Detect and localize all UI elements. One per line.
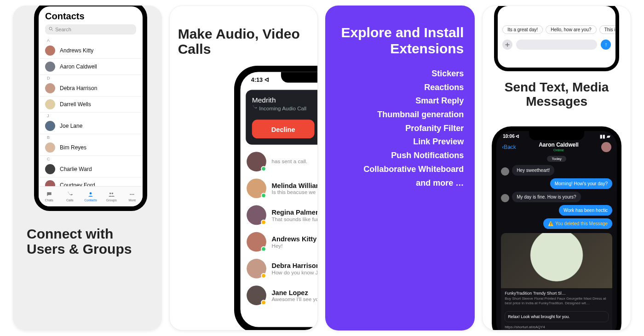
svg-point-7 xyxy=(133,194,134,195)
attach-button[interactable]: ＋ xyxy=(502,40,512,50)
chat-row[interactable]: Debra HarrisonHow do you know John?✓✓JAN… xyxy=(240,255,318,282)
message-in: My day is fine. How is yours? xyxy=(496,190,617,204)
avatar xyxy=(45,83,55,93)
message-bubble[interactable]: My day is fine. How is yours? xyxy=(512,192,581,202)
chat-name: Melinda Williamson xyxy=(271,182,318,189)
message-bubble[interactable]: Work has been hectic xyxy=(559,205,612,216)
message-bubble[interactable]: Hey sweetheart! xyxy=(512,165,554,176)
avatar xyxy=(247,285,266,305)
screenshot-card-contacts: Contacts Search AAndrews KittyAaron Cald… xyxy=(13,6,162,330)
chat-row[interactable]: Regina PalmerThat sounds like fun.JAN 01 xyxy=(240,202,318,228)
call-icon xyxy=(252,105,257,112)
tab-contacts[interactable]: Contacts xyxy=(80,187,101,206)
section-letter: J xyxy=(39,113,143,118)
section-letter: C xyxy=(39,156,143,161)
link-quote: Relax! Look what brought for you. xyxy=(505,311,609,322)
link-preview-card[interactable]: FunkyTradition Trendy Short Sl… Buy Shor… xyxy=(501,233,612,330)
decline-button[interactable]: Decline xyxy=(252,120,314,138)
message-out: Morning! How's your day? xyxy=(496,177,617,190)
message-out: Work has been hectic xyxy=(496,204,617,217)
chat-row[interactable]: Andrews KittyHey!✓✓JAN 01 xyxy=(240,228,318,255)
chat-row[interactable]: Jane LopezAwesome I'll see your soo…✓✓03… xyxy=(240,282,318,308)
chat-name: Debra Harrison xyxy=(271,262,318,269)
feature-list: StickersReactionsSmart ReplyThumbnail ge… xyxy=(336,65,464,192)
avatar xyxy=(45,62,55,72)
message-input[interactable] xyxy=(516,40,597,50)
section-letter: B xyxy=(39,134,143,140)
contact-name: Joe Lane xyxy=(60,123,82,129)
chat-status: Online xyxy=(539,148,579,152)
suggestion-chip[interactable]: This is xyxy=(599,25,615,34)
avatar xyxy=(45,121,55,131)
suggestion-chips: Its a great day!Hello, how are you?This … xyxy=(498,23,615,36)
battery-icon: ▮▮ ▰ xyxy=(600,134,610,139)
tab-groups[interactable]: Groups xyxy=(101,187,122,206)
phone-screen: Contacts Search AAndrews KittyAaron Cald… xyxy=(39,6,143,206)
svg-point-3 xyxy=(109,193,111,194)
avatar xyxy=(247,205,266,225)
feature-item: Profanity Filter xyxy=(336,124,464,133)
feature-item: Smart Reply xyxy=(336,96,464,106)
back-button[interactable]: ‹ Back xyxy=(502,144,516,150)
chat-name: Jane Lopez xyxy=(271,289,318,296)
chat-preview: Hey! xyxy=(271,243,318,249)
avatar xyxy=(45,99,55,109)
chat-avatar[interactable] xyxy=(601,142,611,152)
phone-frame: 4:13 ᐊ ▮▮▮ Medrith Incoming Audio Call D… xyxy=(234,66,318,330)
contact-row[interactable]: Darrell Wells xyxy=(39,97,143,113)
contact-row[interactable]: Debra Harrison xyxy=(39,80,143,97)
svg-point-0 xyxy=(49,27,52,30)
contact-name: Bim Reyes xyxy=(60,144,86,151)
contact-row[interactable]: Bim Reyes xyxy=(39,140,143,156)
contact-name: Darrell Wells xyxy=(60,101,91,108)
contact-row[interactable]: Aaron Caldwell xyxy=(39,59,143,75)
chat-row[interactable]: Melinda WilliamsonIs this beacuse we lik… xyxy=(240,175,318,202)
search-input[interactable]: Search xyxy=(45,24,136,34)
avatar xyxy=(45,46,55,56)
phone-screen: 4:13 ᐊ ▮▮▮ Medrith Incoming Audio Call D… xyxy=(240,72,318,327)
suggestion-screen: Its a great day!Hello, how are you?This … xyxy=(498,6,615,68)
contact-row[interactable]: Andrews Kitty xyxy=(39,43,143,59)
visit-button[interactable]: Visit xyxy=(501,329,612,330)
phone-frame: Contacts Search AAndrews KittyAaron Cald… xyxy=(34,6,147,211)
search-placeholder: Search xyxy=(55,27,71,32)
chat-name: Andrews Kitty xyxy=(271,235,318,242)
chat-name: Regina Palmer xyxy=(271,208,318,216)
message-bubble[interactable]: Morning! How's your day? xyxy=(550,178,612,189)
screenshot-card-messages: Its a great day!Hello, how are you?This … xyxy=(482,6,631,330)
tab-more[interactable]: More xyxy=(122,187,143,206)
suggestion-chip[interactable]: Its a great day! xyxy=(502,25,543,34)
send-button[interactable]: ↑ xyxy=(601,40,611,50)
avatar xyxy=(501,167,509,176)
link-description: Buy Short Sleeve Floral Printed Faux Geo… xyxy=(505,296,609,306)
chat-preview: Is this beacuse we like the same hobby? xyxy=(271,189,318,195)
suggestion-chip[interactable]: Hello, how are you? xyxy=(546,25,596,34)
contact-row[interactable]: Joe Lane xyxy=(39,118,143,134)
incoming-call-sheet: Medrith Incoming Audio Call Decline Acce… xyxy=(246,90,318,144)
message-input-bar: ＋ ↑ xyxy=(498,36,615,53)
phone-frame-top: Its a great day!Hello, how are you?This … xyxy=(494,6,619,71)
dark-screen: 10:06 ᐊ ▮▮ ▰ ‹ Back Aaron Caldwell Onlin… xyxy=(496,131,617,330)
tab-chats[interactable]: Chats xyxy=(39,187,59,206)
contact-name: Aaron Caldwell xyxy=(60,63,97,70)
chat-preview: has sent a call. xyxy=(271,159,318,165)
message-in: Hey sweetheart! xyxy=(496,164,617,177)
section-letter: A xyxy=(39,37,143,43)
call-type: Incoming Audio Call xyxy=(252,105,318,112)
avatar xyxy=(247,259,266,279)
feature-item: Reactions xyxy=(336,83,464,92)
notch xyxy=(529,131,584,140)
screenshot-card-extensions: Explore and Install Extensions StickersR… xyxy=(325,6,475,330)
avatar xyxy=(247,178,266,198)
contact-name: Andrews Kitty xyxy=(60,47,93,54)
feature-item: Push Notifications xyxy=(336,151,464,160)
phone-frame-dark: 10:06 ᐊ ▮▮ ▰ ‹ Back Aaron Caldwell Onlin… xyxy=(492,126,621,330)
feature-item: Thumbnail generation xyxy=(336,110,464,120)
notch xyxy=(281,72,318,83)
contact-row[interactable]: Charlie Ward xyxy=(39,161,143,177)
chat-preview: Awesome I'll see your soo… xyxy=(271,296,318,302)
chat-row[interactable]: has sent a call. xyxy=(240,148,318,175)
svg-point-2 xyxy=(90,192,92,194)
tab-calls[interactable]: Calls xyxy=(59,187,80,206)
chat-title: Aaron Caldwell xyxy=(539,142,579,148)
